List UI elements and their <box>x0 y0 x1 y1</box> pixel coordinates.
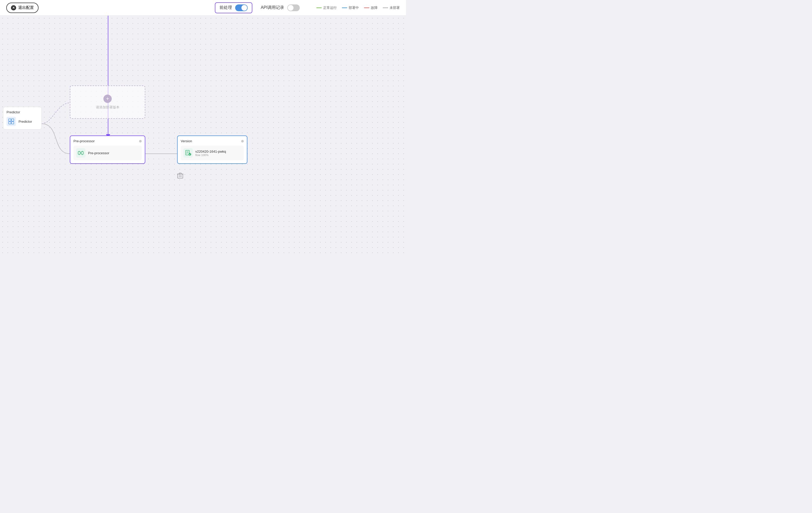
preprocess-toggle[interactable] <box>235 4 248 11</box>
toolbar: ✕ 退出配置 前处理 API调用记录 正常运行 部署中 故障 未部署 <box>0 0 406 16</box>
preprocessor-node-name: Pre-processor <box>88 151 109 155</box>
version-name: v220420-1641-pwkq <box>195 149 226 153</box>
legend-fault: 故障 <box>364 5 378 10</box>
svg-rect-5 <box>81 152 83 154</box>
legend-undeployed-line <box>383 7 388 8</box>
preprocessor-node[interactable]: Pre-processor Pre-processor <box>70 136 145 164</box>
legend-fault-line <box>364 7 369 8</box>
version-sub: flow 100% <box>195 153 226 156</box>
version-info: v220420-1641-pwkq flow 100% <box>195 149 226 156</box>
legend-deploying-line <box>342 7 347 8</box>
api-label: API调用记录 <box>261 5 284 10</box>
close-icon: ✕ <box>11 5 16 10</box>
svg-rect-0 <box>8 119 11 121</box>
legend-normal-label: 正常运行 <box>323 5 337 10</box>
predictor-icon <box>6 117 16 126</box>
version-icon <box>183 148 193 158</box>
version-node[interactable]: Version v220420-1641-pwkq flow 100% <box>177 136 248 164</box>
svg-rect-3 <box>11 122 14 124</box>
preprocessor-status-dot <box>139 140 142 143</box>
version-node-content: v220420-1641-pwkq flow 100% <box>181 146 244 160</box>
add-icon: + <box>104 94 112 103</box>
exit-config-button[interactable]: ✕ 退出配置 <box>6 3 38 13</box>
predictor-node-name: Predictor <box>19 120 32 123</box>
exit-label: 退出配置 <box>18 5 34 10</box>
preprocessor-node-header: Pre-processor <box>74 139 142 143</box>
preprocessor-node-title: Pre-processor <box>74 139 95 143</box>
predictor-node-content: Predictor <box>6 117 38 126</box>
predictor-node-title: Predictor <box>6 110 38 114</box>
legend-fault-label: 故障 <box>371 5 378 10</box>
legend-normal-line <box>316 7 322 8</box>
predictor-to-preprocessor-line <box>42 124 70 154</box>
predictor-node[interactable]: Predictor Predictor <box>3 107 42 130</box>
legend-deploying-label: 部署中 <box>349 5 359 10</box>
delete-version-button[interactable] <box>177 172 184 181</box>
legend-normal: 正常运行 <box>316 5 337 10</box>
canvas: Predictor Predictor + 请添加部署版本 Pre-proces… <box>0 16 406 256</box>
version-status-dot <box>241 140 244 143</box>
legend-deploying: 部署中 <box>342 5 359 10</box>
add-placeholder: 请添加部署版本 <box>96 105 119 110</box>
add-deployment-node[interactable]: + 请添加部署版本 <box>70 85 145 119</box>
version-node-header: Version <box>181 139 244 143</box>
preprocessor-icon <box>76 148 85 158</box>
version-node-title: Version <box>181 139 192 143</box>
legend-undeployed-label: 未部署 <box>389 5 400 10</box>
svg-rect-1 <box>11 119 14 121</box>
api-toggle[interactable] <box>287 4 300 11</box>
preprocess-toggle-group: 前处理 <box>215 2 252 13</box>
preprocess-label: 前处理 <box>220 5 232 10</box>
legend-undeployed: 未部署 <box>383 5 400 10</box>
api-toggle-group: API调用记录 <box>261 4 300 11</box>
predictor-to-add-line <box>42 103 70 124</box>
svg-rect-4 <box>78 152 80 154</box>
svg-rect-2 <box>8 122 11 124</box>
preprocessor-node-content: Pre-processor <box>74 146 142 160</box>
legend: 正常运行 部署中 故障 未部署 <box>316 5 400 10</box>
